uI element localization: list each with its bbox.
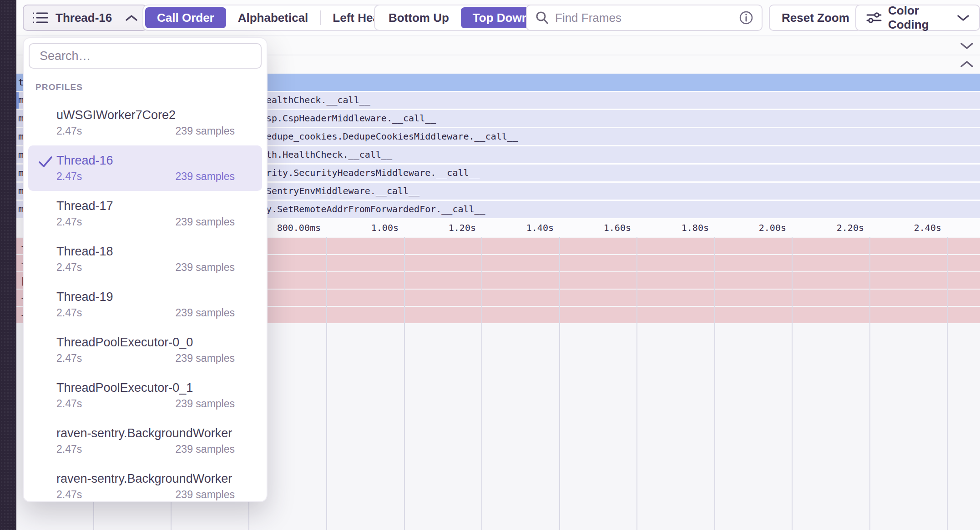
profile-list-item[interactable]: Thread-18 2.47s 239 samples — [28, 236, 262, 282]
profile-sample-count: 239 samples — [176, 260, 235, 275]
frame-edge-highlight — [16, 92, 19, 109]
profile-list-item[interactable]: ThreadPoolExecutor-0_1 2.47s 239 samples — [28, 373, 262, 418]
profile-duration: 2.47s — [56, 169, 82, 184]
profile-duration: 2.47s — [56, 351, 82, 365]
profile-sample-count: 239 samples — [176, 305, 235, 320]
direction-option-bottom-up[interactable]: Bottom Up — [377, 7, 461, 28]
flamegraph-toolbar: Thread-16 Call Order Alphabetical Left H… — [16, 0, 980, 36]
chevron-down-icon — [957, 15, 969, 21]
dropdown-search-placeholder: Search… — [40, 49, 91, 63]
collapse-down-chevron-icon[interactable] — [960, 42, 974, 50]
checkmark-icon — [38, 155, 53, 170]
time-tick-label: 2.20s — [837, 219, 864, 237]
profile-duration: 2.47s — [56, 124, 82, 138]
direction-segmented-control: Bottom Up Top Down — [374, 5, 544, 31]
profile-sample-count: 239 samples — [176, 169, 235, 184]
app-sidebar — [0, 0, 16, 530]
profile-sample-count: 239 samples — [176, 487, 235, 502]
profile-duration: 2.47s — [56, 215, 82, 229]
profile-name: Thread-19 — [56, 289, 235, 305]
profiles-dropdown: Search… PROFILES uWSGIWorker7Core2 2.47s… — [23, 37, 268, 502]
reset-zoom-button[interactable]: Reset Zoom — [769, 5, 862, 31]
profile-name: Thread-17 — [56, 198, 235, 214]
info-icon[interactable] — [739, 10, 753, 25]
flame-row-label: SentryEnvMiddleware.__call__ — [266, 183, 419, 200]
time-tick-label: 1.60s — [604, 219, 631, 237]
profile-sample-count: 239 samples — [176, 215, 235, 229]
time-tick-label: 1.20s — [449, 219, 476, 237]
profile-list-item[interactable]: uWSGIWorker7Core2 2.47s 239 samples — [28, 100, 262, 145]
time-tick-label: 2.00s — [759, 219, 786, 237]
profile-name: raven-sentry.BackgroundWorker — [56, 471, 235, 486]
sort-order-segmented-control: Call Order Alphabetical Left Heavy — [142, 5, 407, 31]
flame-row-label: sp.CspHeaderMiddleware.__call__ — [266, 110, 436, 127]
profile-list-item[interactable]: raven-sentry.BackgroundWorker 2.47s 239 … — [28, 418, 262, 464]
profile-sample-count: 239 samples — [176, 351, 235, 365]
profile-list-item[interactable]: Thread-17 2.47s 239 samples — [28, 191, 262, 236]
collapse-up-chevron-icon[interactable] — [960, 60, 974, 68]
profiles-section-label: PROFILES — [35, 82, 267, 92]
sliders-icon — [866, 11, 882, 25]
profile-sample-count: 239 samples — [176, 442, 235, 456]
profile-list-item[interactable]: raven-sentry.BackgroundWorker 2.47s 239 … — [28, 464, 262, 502]
time-tick-label: 1.40s — [526, 219, 554, 237]
profile-duration: 2.47s — [56, 396, 82, 411]
profile-name: ThreadPoolExecutor-0_0 — [56, 335, 235, 350]
sort-option-call-order[interactable]: Call Order — [145, 7, 226, 28]
thread-selector-label: Thread-16 — [56, 11, 112, 25]
flame-row-label: th.HealthCheck.__call__ — [266, 146, 392, 163]
profile-name: ThreadPoolExecutor-0_1 — [56, 380, 235, 395]
profile-name: raven-sentry.BackgroundWorker — [56, 425, 235, 441]
profile-duration: 2.47s — [56, 305, 82, 320]
time-tick-label: 1.00s — [371, 219, 399, 237]
profiles-list: uWSGIWorker7Core2 2.47s 239 samples Thre… — [24, 100, 267, 502]
time-tick-label: 2.40s — [914, 219, 941, 237]
profile-name: Thread-18 — [56, 244, 235, 259]
search-icon — [535, 11, 549, 25]
profile-duration: 2.47s — [56, 487, 82, 502]
flame-row-label: edupe_cookies.DedupeCookiesMiddleware.__… — [266, 128, 518, 145]
list-icon — [33, 11, 48, 25]
find-frames-placeholder: Find Frames — [555, 11, 732, 25]
profile-list-item[interactable]: Thread-19 2.47s 239 samples — [28, 282, 262, 327]
color-coding-button[interactable]: Color Coding — [855, 5, 980, 31]
profile-list-item[interactable]: ThreadPoolExecutor-0_0 2.47s 239 samples — [28, 327, 262, 373]
time-tick-label: 1.80s — [682, 219, 709, 237]
profile-list-item[interactable]: Thread-16 2.47s 239 samples — [28, 145, 262, 191]
dropdown-search-input[interactable]: Search… — [29, 43, 262, 69]
reset-zoom-label: Reset Zoom — [782, 11, 849, 25]
find-frames-input[interactable]: Find Frames — [526, 5, 763, 31]
thread-selector-button[interactable]: Thread-16 — [23, 5, 147, 31]
flame-row-label: rity.SecurityHeadersMiddleware.__call__ — [266, 165, 480, 181]
sort-option-alphabetical[interactable]: Alphabetical — [226, 7, 320, 28]
time-tick-label: 800.00ms — [277, 219, 321, 237]
profile-name: Thread-16 — [56, 153, 235, 168]
flame-row-label: ealthCheck.__call__ — [266, 92, 370, 109]
profile-duration: 2.47s — [56, 442, 82, 456]
flame-row-label: y.SetRemoteAddrFromForwardedFor.__call__ — [266, 201, 485, 218]
profile-sample-count: 239 samples — [176, 396, 235, 411]
profile-duration: 2.47s — [56, 260, 82, 275]
profile-name: uWSGIWorker7Core2 — [56, 107, 235, 123]
color-coding-label: Color Coding — [888, 4, 946, 32]
profile-sample-count: 239 samples — [176, 124, 235, 138]
chevron-up-icon — [126, 15, 137, 21]
